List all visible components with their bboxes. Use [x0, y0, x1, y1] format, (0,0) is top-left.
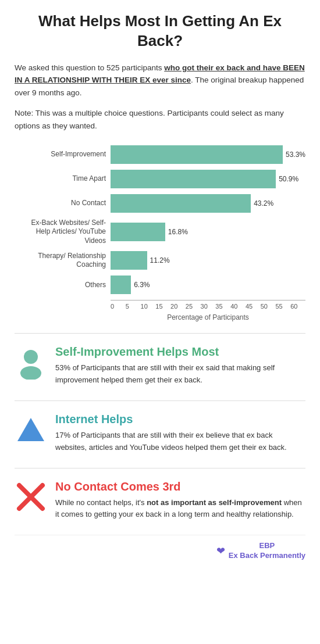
intro-paragraph: We asked this question to 525 participan… [15, 62, 305, 99]
x-icon [16, 482, 45, 511]
insight-text-self-improvement: Self-Improvement Helps Most53% of Partic… [55, 345, 305, 387]
logo-heart-icon: ❤ [216, 545, 225, 557]
logo-text: EBP Ex Back Permanently [229, 541, 305, 561]
bar-row: Therapy/ Relationship Coaching11.2% [20, 251, 305, 270]
insight-body-no-contact: While no contact helps, it's not as impo… [55, 497, 305, 521]
bar-row: Others6.3% [20, 276, 305, 294]
person-icon [16, 348, 45, 380]
x-tick: 0 [111, 303, 126, 310]
x-axis: 051015202530354045505560 [111, 300, 305, 310]
bar-fill [111, 223, 165, 241]
insight-row-internet-helps: Internet Helps17% of Participants that a… [15, 413, 305, 454]
footer: ❤ EBP Ex Back Permanently [15, 535, 305, 561]
bar-container: 50.9% [111, 170, 305, 188]
bar-label: Therapy/ Relationship Coaching [20, 252, 111, 270]
x-tick: 60 [290, 303, 305, 310]
bar-label: No Contact [20, 199, 111, 208]
bar-label: Ex-Back Websites/ Self-Help Articles/ Yo… [20, 219, 111, 246]
bar-row: No Contact43.2% [20, 194, 305, 213]
bar-row: Time Apart50.9% [20, 170, 305, 188]
page-title: What Helps Most In Getting An Ex Back? [15, 12, 305, 51]
svg-point-1 [20, 366, 41, 380]
insight-icon-internet-helps [15, 413, 47, 444]
bar-value-label: 16.8% [168, 228, 188, 236]
triangle-icon [16, 415, 45, 444]
bar-container: 53.3% [111, 145, 305, 164]
bar-row: Self-Improvement53.3% [20, 145, 305, 164]
insight-divider [15, 400, 305, 401]
x-tick: 10 [141, 303, 156, 310]
insight-heading-no-contact: No Contact Comes 3rd [55, 480, 305, 493]
logo-line2: Ex Back Permanently [229, 551, 305, 561]
bar-fill [111, 194, 251, 213]
insight-text-internet-helps: Internet Helps17% of Participants that a… [55, 413, 305, 454]
insight-divider [15, 468, 305, 468]
intro-text1: We asked this question to 525 participan… [15, 63, 164, 72]
bar-container: 6.3% [111, 276, 305, 294]
note-paragraph: Note: This was a multiple choice questio… [15, 107, 305, 132]
bar-fill [111, 251, 147, 270]
logo-line1: EBP [229, 541, 305, 551]
x-tick: 5 [126, 303, 141, 310]
x-tick: 25 [186, 303, 201, 310]
bar-value-label: 50.9% [279, 175, 298, 183]
bar-container: 16.8% [111, 223, 305, 241]
bar-value-label: 11.2% [150, 256, 170, 264]
x-tick: 55 [275, 303, 290, 310]
insight-row-self-improvement: Self-Improvement Helps Most53% of Partic… [15, 345, 305, 387]
bar-container: 43.2% [111, 194, 305, 213]
bar-fill [111, 276, 131, 294]
insight-heading-self-improvement: Self-Improvement Helps Most [55, 345, 305, 359]
page-container: What Helps Most In Getting An Ex Back? W… [0, 0, 320, 573]
bar-row: Ex-Back Websites/ Self-Help Articles/ Yo… [20, 219, 305, 246]
insight-body-self-improvement: 53% of Participants that are still with … [55, 362, 305, 387]
insight-heading-internet-helps: Internet Helps [55, 413, 305, 426]
x-tick: 50 [261, 303, 276, 310]
insight-icon-self-improvement [15, 345, 47, 380]
bar-value-label: 53.3% [286, 151, 305, 159]
x-tick: 20 [170, 303, 186, 310]
x-tick: 35 [215, 303, 230, 310]
x-tick: 40 [230, 303, 246, 310]
bar-fill [111, 170, 276, 188]
x-axis-label: Percentage of Participants [111, 313, 305, 321]
insight-body-internet-helps: 17% of Participants that are still with … [55, 430, 305, 454]
x-tick: 15 [155, 303, 170, 310]
bar-label: Self-Improvement [20, 150, 111, 159]
bar-value-label: 6.3% [134, 281, 150, 289]
svg-marker-2 [17, 418, 44, 441]
chart-divider [15, 333, 305, 334]
bar-label: Others [20, 281, 111, 290]
insight-text-no-contact: No Contact Comes 3rdWhile no contact hel… [55, 480, 305, 521]
insights-section: Self-Improvement Helps Most53% of Partic… [15, 345, 305, 521]
insight-row-no-contact: No Contact Comes 3rdWhile no contact hel… [15, 480, 305, 521]
x-tick: 45 [246, 303, 261, 310]
bar-fill [111, 145, 283, 164]
bar-label: Time Apart [20, 174, 111, 184]
svg-point-0 [24, 350, 38, 364]
bar-chart: Self-Improvement53.3%Time Apart50.9%No C… [15, 145, 305, 322]
insight-icon-no-contact [15, 480, 47, 511]
bar-value-label: 43.2% [254, 199, 273, 207]
x-tick: 30 [201, 303, 216, 310]
bar-container: 11.2% [111, 251, 305, 270]
